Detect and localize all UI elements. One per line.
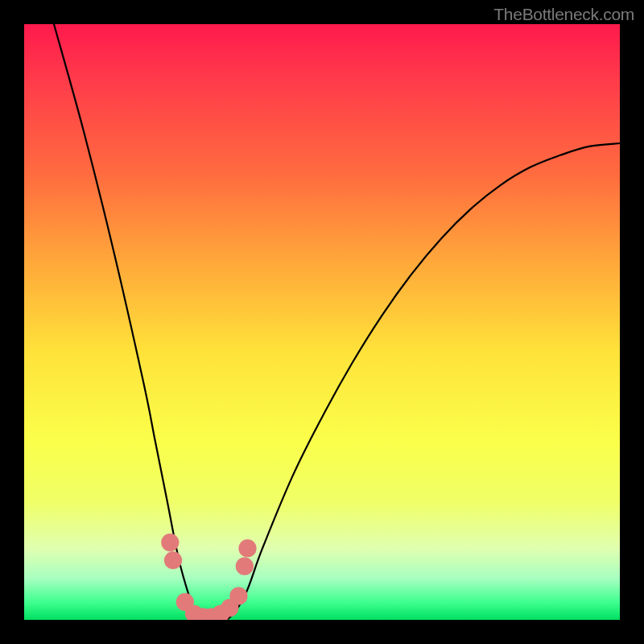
series-bottleneck-curve bbox=[54, 24, 620, 620]
marker-0 bbox=[161, 534, 179, 551]
marker-10 bbox=[238, 539, 256, 557]
chart-frame: TheBottleneck.com bbox=[0, 0, 644, 644]
marker-9 bbox=[236, 557, 254, 575]
attribution-label: TheBottleneck.com bbox=[493, 5, 634, 24]
plot-area bbox=[24, 24, 620, 620]
marker-8 bbox=[229, 587, 247, 605]
marker-1 bbox=[164, 551, 182, 569]
curve-layer bbox=[24, 24, 620, 620]
